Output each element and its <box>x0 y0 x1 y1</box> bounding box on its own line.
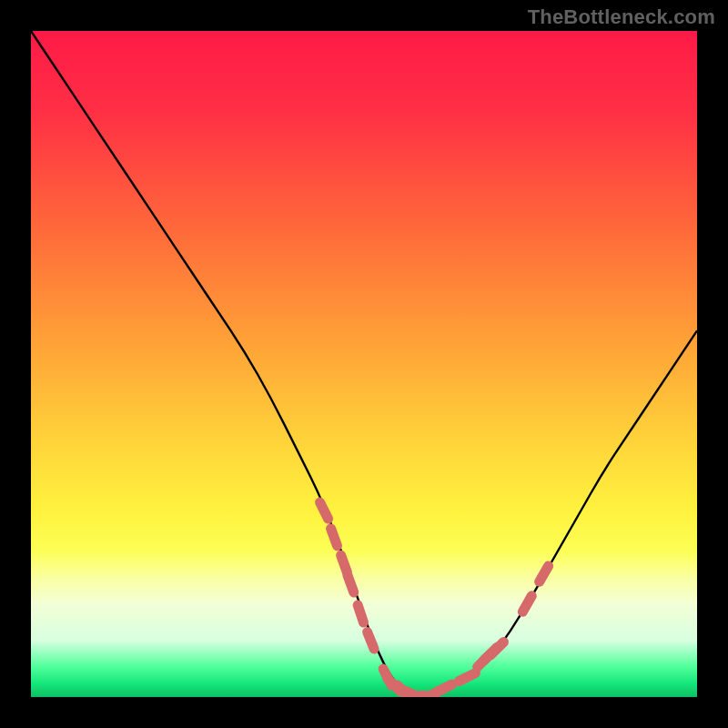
marker-dash <box>331 529 338 546</box>
marker-dash <box>368 632 374 650</box>
bottleneck-chart <box>0 0 728 728</box>
outer-frame: TheBottleneck.com <box>0 0 728 728</box>
plot-background <box>31 31 697 697</box>
marker-dash <box>341 555 348 572</box>
marker-dash <box>358 605 363 622</box>
marker-dash <box>348 575 354 592</box>
attribution-label: TheBottleneck.com <box>528 5 715 29</box>
